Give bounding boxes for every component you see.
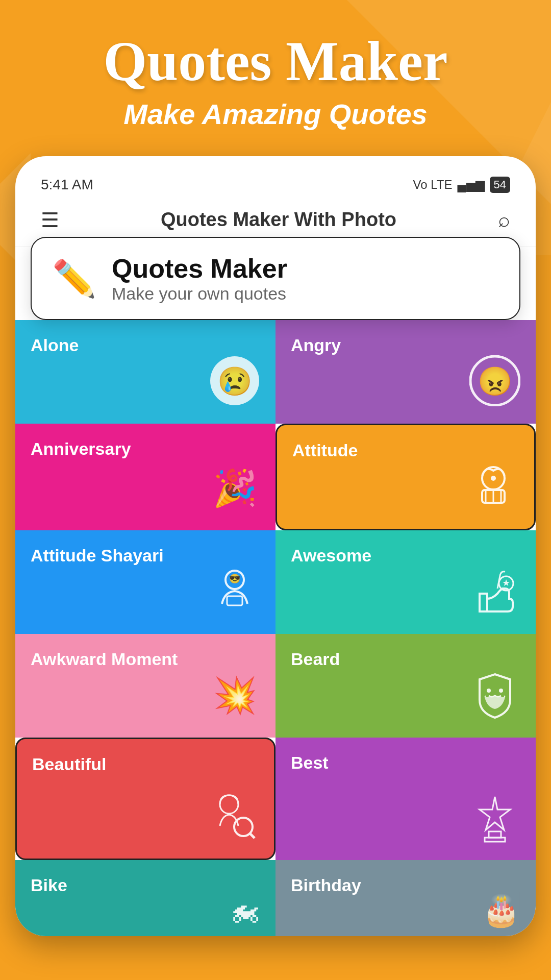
svg-point-10 <box>491 476 496 481</box>
cat-icon-anniversary: 🎉 <box>209 462 260 520</box>
cat-icon-beard <box>469 669 520 727</box>
featured-card[interactable]: ✏️ Quotes Maker Make your own quotes <box>31 237 520 320</box>
bottom-partial-row: Bike 🏍 Birthday 🎂 <box>15 860 536 936</box>
svg-marker-22 <box>480 797 510 830</box>
cat-label-alone: Alone <box>31 335 260 355</box>
cat-icon-birthday: 🎂 <box>482 895 520 926</box>
cat-icon-attitude <box>468 460 519 519</box>
category-bike[interactable]: Bike 🏍 <box>15 860 276 936</box>
svg-text:🎉: 🎉 <box>213 467 258 509</box>
category-alone[interactable]: Alone 😢 <box>15 320 276 424</box>
network-icon: Vo LTE <box>413 178 453 192</box>
categories-grid: Alone 😢 Angry 😠 <box>15 320 536 738</box>
featured-subtitle: Make your own quotes <box>112 284 287 304</box>
status-time: 5:41 AM <box>41 177 93 193</box>
cat-label-awkward: Awkward Moment <box>31 649 260 669</box>
svg-rect-23 <box>489 831 501 838</box>
bottom-row: Beautiful Best <box>15 738 536 860</box>
cat-icon-awkward: 💥 <box>209 669 260 727</box>
cat-label-anniversary: Anniversary <box>31 439 260 459</box>
cat-icon-beautiful <box>208 790 259 848</box>
app-bar-title: Quotes Maker With Photo <box>161 209 396 231</box>
category-attitude[interactable]: Attitude <box>276 424 536 530</box>
category-beautiful[interactable]: Beautiful <box>15 738 276 860</box>
svg-rect-24 <box>485 838 505 842</box>
svg-text:😎: 😎 <box>229 573 241 584</box>
svg-text:💥: 💥 <box>213 674 258 717</box>
cat-label-beard: Beard <box>291 649 520 669</box>
cat-icon-best <box>469 792 520 850</box>
category-awkward[interactable]: Awkward Moment 💥 <box>15 634 276 738</box>
cat-label-attitude: Attitude <box>292 440 519 460</box>
svg-rect-12 <box>227 596 242 605</box>
category-best[interactable]: Best <box>276 738 536 860</box>
svg-text:😢: 😢 <box>217 365 253 398</box>
category-awesome[interactable]: Awesome ★ <box>276 530 536 634</box>
cat-icon-alone: 😢 <box>209 355 260 413</box>
cat-icon-awesome: ★ <box>469 566 520 624</box>
featured-title: Quotes Maker <box>112 253 287 284</box>
svg-point-18 <box>499 689 503 693</box>
battery-indicator: 54 <box>490 177 510 193</box>
search-button[interactable]: ⌕ <box>498 208 510 231</box>
cat-icon-attitude-shayari: 😎 <box>209 566 260 624</box>
cat-icon-angry: 😠 <box>469 355 520 413</box>
status-bar: 5:41 AM Vo LTE ▄▅▆ 54 <box>15 172 536 198</box>
category-birthday[interactable]: Birthday 🎂 <box>276 860 536 936</box>
featured-card-text: Quotes Maker Make your own quotes <box>112 253 287 304</box>
phone-mockup: 5:41 AM Vo LTE ▄▅▆ 54 ☰ Quotes Maker Wit… <box>15 156 536 936</box>
app-subtitle: Make Amazing Quotes <box>20 97 531 131</box>
svg-point-17 <box>487 689 491 693</box>
cat-label-attitude-shayari: Attitude Shayari <box>31 546 260 566</box>
category-angry[interactable]: Angry 😠 <box>276 320 536 424</box>
cat-label-bike: Bike <box>31 875 260 895</box>
cat-label-awesome: Awesome <box>291 546 520 566</box>
cat-label-birthday: Birthday <box>291 875 520 895</box>
signal-bars: ▄▅▆ <box>458 178 485 192</box>
cat-icon-bike: 🏍 <box>230 895 260 926</box>
category-attitude-shayari[interactable]: Attitude Shayari 😎 <box>15 530 276 634</box>
pencil-icon: ✏️ <box>52 258 96 300</box>
category-anniversary[interactable]: Anniversary 🎉 <box>15 424 276 530</box>
category-beard[interactable]: Beard <box>276 634 536 738</box>
svg-text:★: ★ <box>502 578 510 588</box>
cat-label-angry: Angry <box>291 335 520 355</box>
svg-line-21 <box>249 833 255 838</box>
cat-label-best: Best <box>291 753 520 773</box>
hamburger-menu-icon[interactable]: ☰ <box>41 210 59 230</box>
cat-label-beautiful: Beautiful <box>32 754 259 774</box>
status-right: Vo LTE ▄▅▆ 54 <box>413 177 510 193</box>
svg-text:😠: 😠 <box>478 365 513 398</box>
app-title: Quotes Maker <box>20 31 531 92</box>
